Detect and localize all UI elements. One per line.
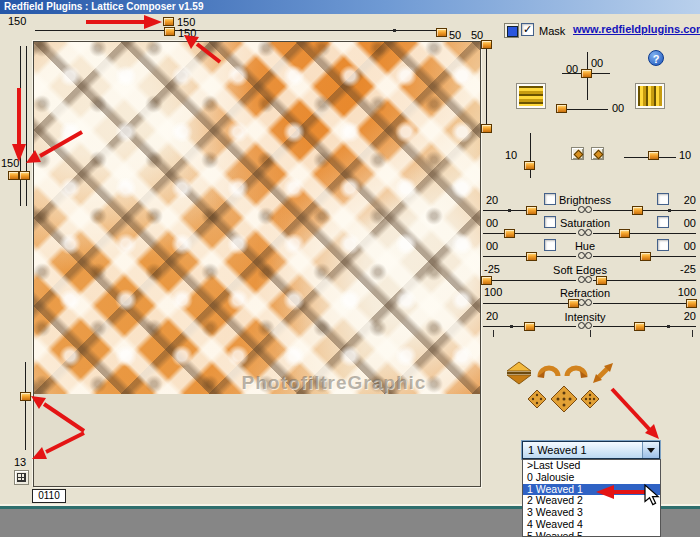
saturation-right-knob[interactable] [619,229,630,238]
rotate-left-icon[interactable] [536,359,562,378]
link-icon[interactable] [578,206,594,214]
saturation-left-knob[interactable] [504,229,515,238]
brightness-right-value: 20 [672,194,696,206]
preset-list: >Last Used 0 Jalousie 1 Weaved 1 2 Weave… [522,459,661,537]
softedges-label: Soft Edges [525,264,635,276]
counter-box: 0110 [32,489,66,503]
left-lower-knob[interactable] [20,392,31,401]
softedges-left-value: -25 [484,263,500,275]
link-icon[interactable] [578,322,594,330]
saturation-right-checkbox[interactable] [657,216,669,228]
diamond-dot-icon [594,150,604,160]
track-dot [510,325,513,328]
horizontal-stripes-icon [519,86,543,106]
offset-knob[interactable] [556,104,567,113]
link-icon[interactable] [578,252,594,260]
top-knob-2[interactable] [164,27,175,36]
saturation-left-value: 00 [486,217,498,229]
redfieldplugins-link[interactable]: www.redfieldplugins.com [573,23,700,35]
diagonal-resize-icon[interactable] [592,362,614,384]
preview-image [34,42,480,394]
refraction-left-value: 100 [484,286,502,298]
nudge-button-1[interactable] [571,147,584,160]
link-icon[interactable] [578,299,594,307]
hue-right-value: 00 [672,240,696,252]
brightness-left-knob[interactable] [526,206,537,215]
intensity-left-knob[interactable] [524,322,535,331]
vertical-stripes-icon [638,86,662,106]
title-bar[interactable]: Redfield Plugins : Lattice Composer v1.5… [0,0,700,14]
plugin-dialog: Redfield Plugins : Lattice Composer v1.5… [0,0,700,509]
top-knob-width[interactable] [436,28,447,37]
list-item[interactable]: 4 Weaved 4 [523,519,660,531]
list-item[interactable]: 0 Jalousie [523,472,660,484]
h10-value: 10 [679,149,691,161]
desktop: Redfield Plugins : Lattice Composer v1.5… [0,0,700,537]
brightness-right-knob[interactable] [632,206,643,215]
vertical-lines-button[interactable] [635,83,665,109]
right-v-knob-top[interactable] [481,40,492,49]
v10-knob[interactable] [524,161,535,170]
tick-mark [692,330,693,337]
v10-value: 10 [505,149,517,161]
hue-left-value: 00 [486,240,498,252]
left-slider-track-2[interactable] [26,46,27,206]
link-icon[interactable] [578,276,594,284]
grid-icon [17,473,26,482]
preset-dropdown[interactable]: 1 Weaved 1 [522,441,660,459]
hue-left-knob[interactable] [526,252,537,261]
window-title: Redfield Plugins : Lattice Composer v1.5… [4,1,204,12]
offset-track[interactable] [562,109,608,110]
top-slider-track[interactable] [35,30,437,31]
v10-track[interactable] [530,133,531,178]
cross-value-right: 00 [591,57,603,69]
flip-vertical-button[interactable] [506,361,532,385]
intensity-right-knob[interactable] [634,322,645,331]
cross-knob[interactable] [581,69,592,78]
brightness-right-checkbox[interactable] [657,193,669,205]
preview-frame: PhotofiltreGraphic [33,41,481,487]
tick-mark [493,330,494,337]
softedges-right-track[interactable] [593,280,696,281]
chevron-down-icon [647,448,655,457]
top-knob-2-value: 150 [178,27,196,39]
left-slider-track-1[interactable] [20,46,21,206]
pattern-diamond-large[interactable] [550,385,578,413]
rotate-right-icon[interactable] [563,359,589,378]
mask-checkbox[interactable]: ✓ [521,23,534,36]
h10-knob[interactable] [648,151,659,160]
right-v-knob-bottom[interactable] [481,124,492,133]
width-value-1: 50 [449,29,461,41]
dropdown-button[interactable] [642,442,659,458]
saturation-label: Saturation [530,217,640,229]
nudge-button-2[interactable] [591,147,604,160]
color-swatch-button[interactable] [504,23,519,38]
grid-button[interactable] [14,470,29,485]
saturation-right-track[interactable] [593,233,696,234]
hue-right-checkbox[interactable] [657,239,669,251]
hue-right-knob[interactable] [640,252,651,261]
left-lower-slider-track[interactable] [25,362,26,450]
softedges-right-knob[interactable] [596,276,607,285]
track-dot [667,325,670,328]
list-item[interactable]: 5 Weaved 5 [523,531,660,537]
link-icon[interactable] [578,229,594,237]
refraction-right-track[interactable] [593,303,696,304]
refraction-left-track[interactable] [483,303,576,304]
pattern-diamond-small-2[interactable] [580,389,600,409]
refraction-right-value: 100 [672,286,696,298]
refraction-right-knob[interactable] [686,299,697,308]
horizontal-lines-button[interactable] [516,83,546,109]
right-vertical-track[interactable] [486,47,487,125]
left-knob-2[interactable] [19,171,30,180]
help-button[interactable]: ? [648,50,664,66]
saturation-right-value: 00 [672,217,696,229]
brightness-right-track[interactable] [593,210,696,211]
softedges-left-knob[interactable] [481,276,492,285]
top-knob-1[interactable] [163,17,174,26]
pattern-diamond-small-1[interactable] [527,389,547,409]
softedges-left-track[interactable] [483,280,576,281]
saturation-left-track[interactable] [483,233,576,234]
left-knob-1[interactable] [8,171,19,180]
top-start-value: 150 [8,15,26,27]
